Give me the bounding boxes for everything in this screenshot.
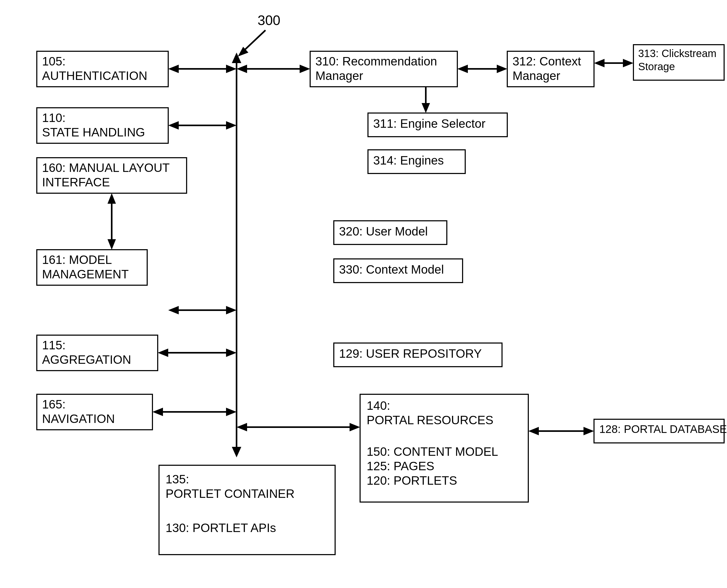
box-110-line2: STATE HANDLING — [42, 125, 145, 139]
box-135-portlet-container: 135: PORTLET CONTAINER 130: PORTLET APIs — [159, 465, 335, 554]
box-105-authentication: 105: AUTHENTICATION — [37, 51, 168, 87]
box-115-aggregation: 115: AGGREGATION — [37, 335, 158, 371]
connector-160-161 — [107, 193, 116, 250]
box-135-line2: PORTLET CONTAINER — [166, 487, 295, 501]
box-330-context-model: 330: Context Model — [334, 259, 463, 282]
connector-110-bus — [168, 121, 237, 130]
box-115-line2: AGGREGATION — [42, 353, 131, 366]
b312-l1: 312: Context — [513, 55, 581, 68]
box-110-state-handling: 110: STATE HANDLING — [37, 108, 168, 143]
box-320-user-model: 320: User Model — [334, 221, 447, 245]
box-161-model-management: 161: MODEL MANAGEMENT — [37, 250, 147, 285]
b140-l1: 140: — [367, 399, 390, 413]
box-160-manual-layout-interface: 160: MANUAL LAYOUT INTERFACE — [37, 158, 187, 193]
box-161-line2: MANAGEMENT — [42, 267, 129, 281]
b140-l5: 120: PORTLETS — [367, 474, 457, 487]
b311-l1: 311: Engine Selector — [373, 117, 486, 130]
conn-140-128 — [528, 427, 594, 435]
central-bus — [232, 52, 241, 457]
box-161-line1: 161: MODEL — [42, 253, 112, 267]
box-165-navigation: 165: NAVIGATION — [37, 394, 152, 430]
conn-bus-140 — [237, 423, 360, 431]
box-110-line1: 110: — [42, 111, 66, 125]
box-105-line1: 105: — [42, 55, 66, 68]
b129-l1: 129: USER REPOSITORY — [339, 347, 482, 360]
box-311-engine-selector: 311: Engine Selector — [368, 113, 507, 137]
box-115-line1: 115: — [42, 338, 66, 352]
box-313: 313: Clickstream Storage — [634, 45, 724, 80]
b313-l1: 313: Clickstream — [638, 47, 717, 59]
b314-l1: 314: Engines — [373, 153, 444, 167]
box-310: 310: Recommendation Manager — [310, 51, 457, 87]
svg-line-1 — [242, 30, 265, 52]
b312-l2: Manager — [513, 69, 560, 83]
b313-l2: Storage — [638, 61, 675, 72]
connector-165-bus — [152, 408, 237, 416]
b140-l3: 150: CONTENT MODEL — [367, 445, 498, 458]
connector-bus-310 — [237, 65, 310, 73]
b140-l2: PORTAL RESOURCES — [367, 413, 493, 427]
b320-l1: 320: User Model — [339, 225, 428, 238]
box-160-line1: 160: MANUAL LAYOUT — [42, 161, 170, 174]
box-129-user-repository: 129: USER REPOSITORY — [334, 343, 502, 367]
box-314-engines: 314: Engines — [368, 150, 465, 173]
box-312: 312: Context Manager — [507, 51, 594, 87]
b310-l2: Manager — [315, 69, 363, 83]
b310-l1: 310: Recommendation — [315, 55, 437, 68]
b140-l4: 125: PAGES — [367, 459, 434, 473]
architecture-diagram: 300 105: AUTHENTICATION 110: STATE HANDL… — [0, 0, 727, 588]
box-135-line1: 135: — [166, 472, 189, 486]
box-105-line2: AUTHENTICATION — [42, 69, 147, 83]
box-165-line2: NAVIGATION — [42, 412, 115, 425]
b330-l1: 330: Context Model — [339, 262, 444, 276]
box-160-line2: INTERFACE — [42, 175, 110, 189]
box-165-line1: 165: — [42, 397, 66, 411]
connector-105-bus — [168, 65, 237, 73]
connector-161-bus — [168, 306, 237, 314]
connector-115-bus — [158, 349, 237, 357]
box-135-line3: 130: PORTLET APIs — [166, 521, 276, 534]
callout-300: 300 — [238, 13, 280, 57]
callout-300-label: 300 — [258, 13, 280, 28]
box-140-portal-resources: 140: PORTAL RESOURCES 150: CONTENT MODEL… — [360, 394, 528, 502]
b128-l1: 128: PORTAL DATABASE — [599, 423, 727, 435]
box-128-portal-database: 128: PORTAL DATABASE — [594, 419, 727, 443]
